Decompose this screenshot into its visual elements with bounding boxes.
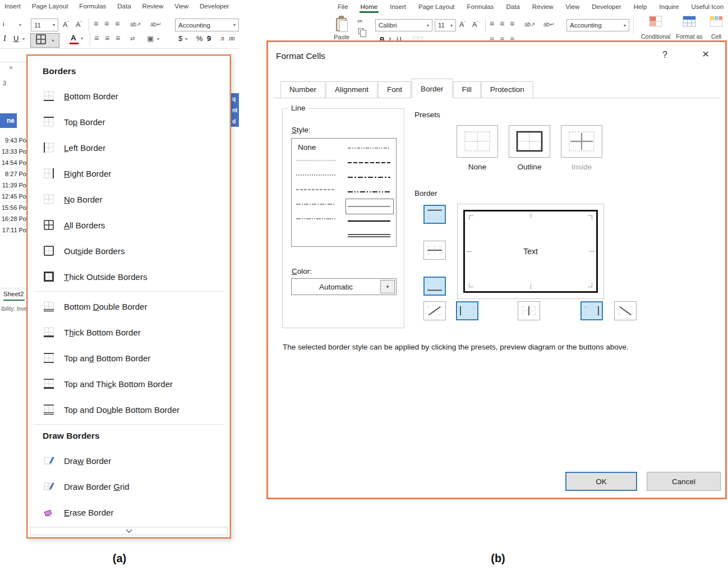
border-preview[interactable]: Text	[457, 204, 604, 299]
edge-left-button[interactable]	[456, 301, 478, 320]
menu-item-left-border[interactable]: Left Border	[28, 135, 229, 160]
chevron-down-icon[interactable]: ▾	[380, 280, 395, 293]
line-style-option[interactable]	[294, 153, 338, 168]
top-thick-bottom-border-icon	[43, 378, 55, 389]
align-top-icon[interactable]: ≡	[490, 19, 494, 28]
font-size-value: 11	[438, 22, 445, 29]
preset-inside: Inside	[561, 125, 602, 171]
ribbon-tab-insert[interactable]: Insert	[390, 3, 406, 10]
ribbon-tab-data[interactable]: Data	[506, 3, 520, 10]
borders-dropdown-menu: Borders Bottom BorderTop BorderLeft Bord…	[27, 56, 230, 537]
dialog-tab-protection[interactable]: Protection	[481, 81, 533, 98]
line-style-option[interactable]	[346, 214, 393, 228]
menu-item-right-border[interactable]: Right Border	[28, 160, 229, 186]
line-style-option[interactable]	[346, 199, 393, 214]
separator	[485, 18, 486, 33]
wrap-text-icon[interactable]: ab↵	[543, 21, 555, 27]
edge-bottom-button[interactable]	[423, 277, 446, 296]
line-style-option[interactable]	[294, 212, 338, 226]
menu-item-list: Bottom BorderTop BorderLeft BorderRight …	[28, 83, 229, 525]
orientation-icon[interactable]: ab↗	[524, 21, 536, 27]
menu-item-draw-border[interactable]: Draw Border	[28, 448, 229, 474]
ok-button[interactable]: OK	[565, 472, 637, 491]
line-style-option[interactable]	[294, 168, 338, 182]
menu-scroll-down[interactable]	[30, 527, 228, 535]
dialog-tab-border[interactable]: Border	[412, 79, 453, 98]
header-cell-fragment: ne	[0, 113, 17, 128]
grow-font-button[interactable]: Aˆ	[459, 20, 466, 29]
diag-up-button[interactable]	[423, 301, 446, 320]
line-style-none[interactable]: None	[294, 141, 338, 153]
menu-item-bottom-double-border[interactable]: Bottom Double Border	[28, 293, 229, 319]
menu-item-no-border[interactable]: No Border	[28, 186, 229, 212]
paste-button[interactable]: Paste	[329, 34, 354, 40]
ribbon-tab-formulas[interactable]: Formulas	[467, 3, 494, 10]
cut-icon[interactable]: ✂	[357, 17, 363, 25]
thick-outside-border-icon	[43, 271, 55, 282]
number-format-combo-b[interactable]: Accounting▾	[566, 19, 629, 31]
menu-item-erase-border[interactable]: Erase Border	[28, 499, 229, 525]
menu-item-top-border[interactable]: Top Border	[28, 109, 229, 135]
format-as-table-button[interactable]: Format as	[674, 16, 705, 40]
ribbon-tab-help[interactable]: Help	[634, 3, 647, 10]
cell-styles-icon	[709, 16, 723, 29]
edge-middle-h-button[interactable]	[423, 241, 446, 260]
chevron-down-icon: ▾	[624, 23, 626, 28]
menu-item-bottom-border[interactable]: Bottom Border	[28, 83, 229, 109]
close-button[interactable]: ×	[702, 47, 709, 61]
edge-middle-v-button[interactable]	[518, 301, 540, 320]
menu-item-thick-bottom-border[interactable]: Thick Bottom Border	[28, 319, 229, 345]
menu-item-top-and-double-bottom-border[interactable]: Top and Double Bottom Border	[28, 397, 229, 422]
line-style-option[interactable]	[346, 228, 393, 243]
preset-none[interactable]: None	[457, 125, 498, 171]
line-style-option[interactable]	[294, 182, 338, 197]
dialog-tab-number[interactable]: Number	[280, 81, 325, 98]
font-name-combo[interactable]: Calibri▾	[375, 19, 432, 31]
top-double-bottom-border-icon	[43, 404, 55, 415]
ribbon-tab-view[interactable]: View	[566, 3, 580, 10]
ribbon-tab-home[interactable]: Home	[361, 3, 378, 10]
line-style-option[interactable]	[346, 185, 393, 199]
ribbon-tab-inquire[interactable]: Inquire	[659, 3, 679, 10]
cancel-button[interactable]: Cancel	[647, 472, 721, 491]
line-style-option[interactable]	[346, 141, 393, 155]
formula-cancel-icon[interactable]: ×	[9, 64, 13, 72]
menu-item-top-and-bottom-border[interactable]: Top and Bottom Border	[28, 345, 229, 371]
menu-item-outside-borders[interactable]: Outside Borders	[28, 238, 229, 264]
ribbon-tab-useful-icon[interactable]: Useful Icon	[692, 3, 724, 10]
line-style-option[interactable]	[346, 155, 393, 170]
preset-outline[interactable]: Outline	[509, 125, 550, 171]
line-style-option[interactable]	[294, 197, 338, 212]
conditional-formatting-button[interactable]: Conditional	[638, 16, 674, 40]
help-button[interactable]: ?	[662, 50, 667, 60]
dialog-tab-font[interactable]: Font	[378, 81, 411, 98]
line-group: Line Style: None Color: Automatic ▾	[282, 108, 404, 328]
line-style-listbox[interactable]: None	[291, 138, 397, 247]
font-size-combo-b[interactable]: 11▾	[435, 19, 456, 31]
menu-item-thick-outside-borders[interactable]: Thick Outside Borders	[28, 264, 229, 289]
divider	[0, 48, 239, 49]
menu-item-draw-border-grid[interactable]: Draw Border Grid	[28, 474, 229, 499]
ribbon-tab-file[interactable]: File	[338, 3, 348, 10]
align-bottom-icon[interactable]: ≡	[510, 19, 514, 28]
edge-top-button[interactable]	[423, 205, 446, 224]
edge-right-button[interactable]	[580, 301, 603, 320]
preset-inside-icon	[561, 125, 602, 158]
color-value: Automatic	[319, 283, 353, 291]
dialog-tab-alignment[interactable]: Alignment	[326, 81, 377, 98]
ribbon-tab-developer[interactable]: Developer	[592, 3, 621, 10]
ribbon-tab-page-layout[interactable]: Page Layout	[418, 3, 455, 10]
shrink-font-button[interactable]: Aˇ	[472, 20, 478, 29]
color-dropdown[interactable]: Automatic ▾	[291, 278, 397, 295]
menu-item-all-borders[interactable]: All Borders	[28, 212, 229, 238]
menu-item-top-and-thick-bottom-border[interactable]: Top and Thick Bottom Border	[28, 371, 229, 397]
align-middle-icon[interactable]: ≡	[500, 19, 504, 28]
copy-icon[interactable]	[358, 28, 363, 34]
sheet-tab[interactable]: Sheet2	[3, 291, 24, 297]
cell-styles-button[interactable]: Cell	[704, 16, 728, 40]
cell-text-fragment: Po	[19, 171, 26, 177]
line-style-option[interactable]	[346, 170, 393, 185]
diag-down-button[interactable]	[614, 301, 637, 320]
ribbon-tab-review[interactable]: Review	[532, 3, 554, 10]
dialog-tab-fill[interactable]: Fill	[453, 81, 481, 98]
